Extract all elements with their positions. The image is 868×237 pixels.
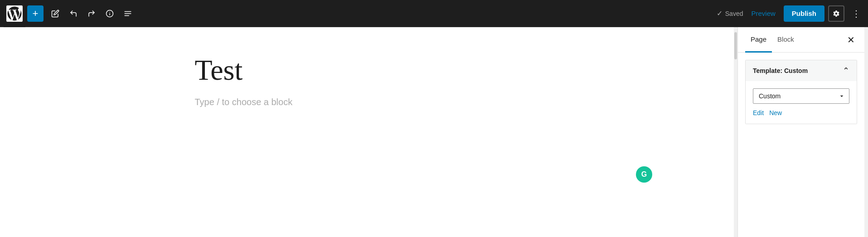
list-view-button[interactable] bbox=[120, 5, 136, 22]
saved-check-icon: ✓ bbox=[717, 9, 723, 18]
editor-scrollbar[interactable] bbox=[734, 27, 737, 237]
wp-logo[interactable] bbox=[4, 0, 25, 27]
template-body: Custom Default Template Full Width Edit … bbox=[746, 81, 857, 124]
saved-status: ✓ Saved bbox=[717, 9, 743, 18]
publish-button[interactable]: Publish bbox=[784, 5, 824, 22]
main-layout: Test Type / to choose a block G Page Blo… bbox=[0, 27, 868, 237]
post-title[interactable]: Test bbox=[195, 54, 539, 86]
preview-button[interactable]: Preview bbox=[747, 7, 780, 20]
editor-content: Test Type / to choose a block bbox=[177, 27, 558, 126]
template-select[interactable]: Custom Default Template Full Width bbox=[753, 88, 849, 104]
edit-template-link[interactable]: Edit bbox=[753, 109, 764, 116]
redo-button[interactable] bbox=[83, 5, 100, 22]
toolbar-right-controls: ✓ Saved Preview Publish ⋮ bbox=[717, 5, 864, 22]
template-links: Edit New bbox=[753, 109, 849, 116]
edit-button[interactable] bbox=[47, 5, 63, 22]
undo-button[interactable] bbox=[65, 5, 82, 22]
tab-block[interactable]: Block bbox=[772, 28, 800, 53]
template-section-title: Template: Custom bbox=[753, 67, 808, 74]
template-section: Template: Custom ⌃ Custom Default Templa… bbox=[745, 60, 857, 124]
chevron-up-icon: ⌃ bbox=[843, 66, 849, 76]
info-button[interactable] bbox=[102, 5, 118, 22]
new-template-link[interactable]: New bbox=[769, 109, 782, 116]
editor-area[interactable]: Test Type / to choose a block G bbox=[0, 27, 734, 237]
sidebar-tabs: Page Block ✕ bbox=[738, 27, 864, 53]
sidebar-scrollbar[interactable] bbox=[864, 27, 868, 237]
settings-button[interactable] bbox=[828, 5, 844, 22]
more-options-button[interactable]: ⋮ bbox=[848, 5, 864, 22]
template-header[interactable]: Template: Custom ⌃ bbox=[746, 60, 857, 81]
saved-label: Saved bbox=[725, 10, 743, 17]
tab-page[interactable]: Page bbox=[745, 28, 772, 53]
sidebar-panel: Page Block ✕ Template: Custom ⌃ Custom D… bbox=[737, 27, 864, 237]
main-toolbar: + ✓ Saved Preview Publish bbox=[0, 0, 868, 27]
toolbar-left-controls: + bbox=[27, 5, 136, 22]
sidebar-body: Template: Custom ⌃ Custom Default Templa… bbox=[738, 53, 864, 237]
add-block-button[interactable]: + bbox=[27, 5, 44, 22]
scrollbar-thumb bbox=[734, 32, 737, 59]
grammarly-badge[interactable]: G bbox=[636, 166, 652, 183]
sidebar-close-button[interactable]: ✕ bbox=[844, 34, 857, 46]
block-placeholder[interactable]: Type / to choose a block bbox=[195, 97, 539, 107]
